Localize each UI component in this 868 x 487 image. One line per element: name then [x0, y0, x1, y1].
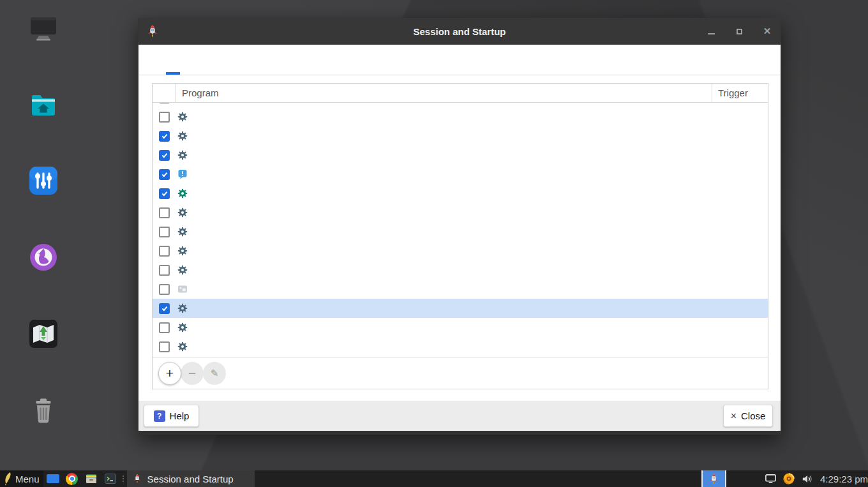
table-row[interactable] — [153, 126, 768, 146]
autostart-checkbox[interactable] — [159, 131, 170, 142]
terminal-launcher[interactable] — [103, 470, 118, 487]
desktop-icon-network[interactable] — [5, 242, 82, 279]
autostart-row-list — [153, 103, 768, 357]
table-row-partial[interactable] — [153, 103, 768, 107]
desktop-icon-this-pc[interactable] — [5, 13, 82, 50]
display-icon[interactable] — [765, 474, 777, 484]
table-row[interactable] — [153, 222, 768, 241]
show-desktop-button[interactable] — [45, 470, 61, 487]
terminal-icon — [104, 472, 117, 485]
help-button[interactable]: ? Help — [144, 405, 199, 427]
computer-icon — [28, 13, 59, 46]
maximize-button[interactable] — [733, 26, 745, 37]
autostart-checkbox[interactable] — [159, 150, 170, 161]
autostart-checkbox[interactable] — [159, 103, 170, 103]
table-row[interactable] — [153, 184, 768, 203]
autostart-checkbox[interactable] — [159, 169, 170, 180]
minimize-button[interactable] — [705, 26, 717, 37]
chrome-icon — [66, 473, 78, 485]
volume-icon[interactable] — [801, 473, 813, 485]
desktop-icon-trash[interactable] — [5, 396, 82, 433]
menu-label: Menu — [15, 474, 40, 484]
menu-feather-icon — [3, 472, 12, 486]
desktop: Session and Startup ✕ Program Trigger — [0, 0, 868, 487]
menu-button[interactable]: Menu — [0, 470, 43, 487]
header-program[interactable]: Program — [176, 84, 712, 102]
dialog-footer: ? Help × Close — [138, 401, 781, 431]
folder-home-icon — [28, 89, 59, 123]
autostart-checkbox[interactable] — [159, 207, 170, 218]
gear-icon — [177, 112, 188, 122]
session-and-startup-window: Session and Startup ✕ Program Trigger — [138, 18, 781, 435]
table-row[interactable] — [153, 299, 768, 318]
tab-bar — [138, 45, 781, 75]
table-row[interactable] — [153, 107, 768, 126]
close-window-button[interactable]: ✕ — [761, 26, 773, 37]
autostart-checkbox[interactable] — [159, 341, 170, 352]
taskbar-window-button[interactable]: Session and Startup — [127, 470, 255, 487]
rocket-icon — [708, 473, 720, 485]
show-desktop-icon — [47, 474, 59, 483]
gear-icon — [177, 131, 188, 141]
autostart-checkbox[interactable] — [159, 322, 170, 333]
gear-icon — [177, 303, 188, 313]
table-header: Program Trigger — [153, 84, 768, 103]
gear-icon — [177, 207, 188, 218]
autostart-checkbox[interactable] — [159, 265, 170, 276]
table-row[interactable] — [153, 241, 768, 260]
table-row[interactable] — [153, 337, 768, 356]
file-manager-icon — [85, 472, 98, 485]
add-entry-button[interactable]: + — [158, 362, 181, 385]
autostart-checkbox[interactable] — [159, 246, 170, 257]
rocket-icon — [132, 474, 142, 484]
clock[interactable]: 4:29:23 pm — [820, 474, 868, 484]
desktop-icon-help-manual[interactable] — [5, 318, 82, 356]
system-tray — [765, 472, 813, 485]
autostart-checkbox[interactable] — [159, 284, 170, 295]
gear-icon — [177, 265, 188, 275]
header-checkbox-column[interactable] — [153, 84, 176, 102]
close-icon: × — [731, 410, 737, 422]
table-row[interactable] — [153, 318, 768, 337]
panel-separator — [121, 470, 126, 487]
desktop-icon-user-files[interactable] — [5, 89, 82, 126]
trash-icon — [28, 396, 59, 429]
gear-icon — [177, 322, 188, 333]
file-manager-launcher[interactable] — [84, 470, 99, 487]
network-globe-icon — [28, 242, 59, 275]
table-row[interactable] — [153, 203, 768, 222]
tab-current-session[interactable] — [181, 45, 195, 75]
gear-icon — [177, 188, 188, 199]
notification-icon — [177, 169, 188, 179]
onboard-icon — [177, 284, 188, 294]
desktop-icon-control-pa-[interactable] — [5, 165, 82, 202]
active-app-dock-item[interactable] — [701, 470, 726, 487]
autostart-checkbox[interactable] — [159, 112, 170, 123]
remove-entry-button[interactable]: − — [181, 362, 204, 385]
gear-icon — [177, 341, 188, 352]
table-row[interactable] — [153, 280, 768, 299]
close-button[interactable]: × Close — [723, 405, 773, 427]
edit-entry-button[interactable]: ✎ — [203, 362, 226, 385]
tab-advanced[interactable] — [195, 45, 209, 75]
table-row[interactable] — [153, 165, 768, 184]
autostart-checkbox[interactable] — [159, 227, 170, 237]
window-title: Session and Startup — [138, 26, 781, 37]
autostart-table: Program Trigger — [152, 83, 768, 389]
tab-application-autostart[interactable] — [166, 45, 180, 75]
close-button-label: Close — [741, 410, 765, 421]
chrome-launcher[interactable] — [64, 470, 80, 487]
gear-icon — [177, 227, 188, 237]
titlebar[interactable]: Session and Startup ✕ — [138, 18, 781, 45]
help-manual-icon — [28, 318, 59, 352]
gear-icon — [177, 246, 188, 256]
control-panel-icon — [28, 165, 59, 199]
tab-general[interactable] — [151, 45, 165, 75]
updates-icon[interactable] — [782, 472, 795, 485]
autostart-checkbox[interactable] — [159, 303, 170, 314]
table-row[interactable] — [153, 260, 768, 280]
table-row[interactable] — [153, 146, 768, 165]
list-toolbar: + − ✎ — [153, 357, 768, 389]
autostart-checkbox[interactable] — [159, 188, 170, 199]
header-trigger[interactable]: Trigger — [712, 84, 768, 102]
